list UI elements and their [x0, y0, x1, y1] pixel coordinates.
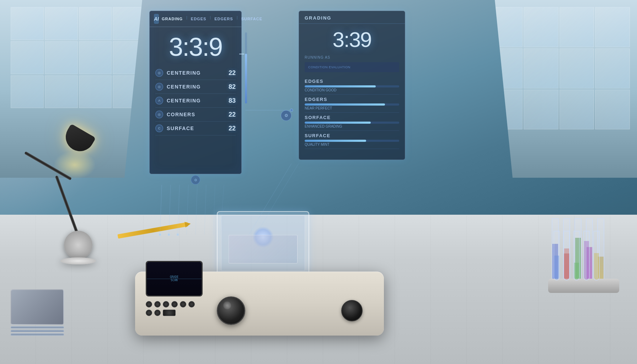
machine-button[interactable] [171, 301, 178, 307]
window-pane [595, 7, 630, 47]
lamp-arm-lower [55, 175, 80, 236]
right-item-sorface-bar [305, 122, 399, 124]
machine-button[interactable] [163, 301, 169, 307]
window-pane [11, 7, 44, 40]
test-tube-back [563, 231, 570, 280]
window-pane [11, 75, 44, 108]
window-pane [524, 48, 558, 89]
card-pack [11, 330, 64, 332]
corners-score: 22 [229, 111, 236, 118]
machine-button[interactable] [180, 301, 186, 307]
card-packs-stack [11, 289, 64, 336]
gauge-track [245, 32, 247, 103]
test-tube-back [573, 231, 580, 280]
holo-right-score-number: 3:39 [299, 24, 405, 55]
holo-header: AI GRADING | EDGES | EDGERS | SURFACE [150, 11, 241, 27]
window-pane [595, 90, 630, 130]
tube-row-back [553, 231, 600, 280]
scan-line [147, 279, 202, 279]
gauge [243, 32, 248, 103]
centering-label-2: CENTERING [167, 84, 225, 90]
machine-buttons-group [146, 301, 196, 316]
window-pane [113, 75, 146, 108]
grading-item-corners: ◎ CORNERS 22 [155, 108, 236, 122]
right-item-edges-value: CONDITION GOOD [305, 88, 399, 92]
test-tube-back [593, 231, 600, 280]
background-window-right [459, 0, 637, 178]
lamp-light-glow [53, 151, 96, 179]
holo-tabs: GRADING | EDGES | EDGERS | SURFACE [162, 15, 262, 22]
grading-item-centering-3: A CENTERING 83 [155, 94, 236, 108]
corners-icon: ◎ [155, 111, 163, 118]
corners-label: CORNERS [167, 112, 225, 117]
right-item-edgers-bar [305, 103, 399, 106]
tab-surface[interactable]: SURFACE [241, 15, 263, 22]
machine-screen: GRADESCAN [146, 261, 203, 296]
window-pane [45, 41, 78, 74]
card-pack [11, 326, 64, 328]
right-item-sorface-label: SORFACE [305, 115, 399, 120]
window-pane [11, 41, 44, 74]
holo-panel-left: AI GRADING | EDGES | EDGERS | SURFACE 3:… [149, 11, 242, 174]
window-pane [79, 7, 112, 40]
machine-body: GRADESCAN [135, 272, 384, 336]
right-item-surface: SURFACE QUALITY MINT [305, 131, 399, 149]
holo-bottom-icon[interactable]: ⚙ [191, 175, 200, 184]
window-pane [560, 90, 594, 130]
window-grid-right [488, 7, 630, 171]
tab-edgers[interactable]: EDGERS [214, 15, 233, 22]
centering-score-1: 22 [229, 69, 236, 77]
surface-score: 22 [229, 125, 236, 132]
holo-right-items-list: EDGES CONDITION GOOD EDGERS NEAR PERFECT… [299, 75, 405, 150]
machine-button[interactable] [163, 310, 176, 316]
right-item-surface-label: SURFACE [305, 133, 399, 138]
surface-label: SURFACE [167, 125, 225, 131]
tab-grading[interactable]: GRADING [162, 15, 183, 22]
centering-label-3: CENTERING [167, 98, 225, 103]
grading-items-list: ◎ CENTERING 22 ◎ CENTERING 82 A C [150, 63, 241, 138]
ai-logo: AI [154, 14, 159, 24]
holo-right-header: GRADING [299, 11, 405, 24]
machine-button[interactable] [154, 310, 161, 316]
grading-machine: GRADESCAN [135, 229, 384, 336]
right-item-edgers: EDGERS NEAR PERFECT [305, 95, 399, 113]
machine-main-dial[interactable] [217, 296, 245, 325]
centering-icon-2: ◎ [155, 83, 163, 91]
machine-button[interactable] [188, 301, 195, 307]
card-being-scanned [229, 235, 298, 263]
right-item-edges-fill [305, 85, 376, 87]
window-grid-left [11, 7, 146, 142]
window-pane [45, 7, 78, 40]
window-pane [79, 41, 112, 74]
test-tube-rack [548, 186, 619, 293]
machine-right-dial[interactable] [341, 300, 363, 321]
test-tube-back [553, 231, 560, 280]
machine-button[interactable] [154, 301, 161, 307]
machine-button[interactable] [146, 310, 152, 316]
main-score-number: 3:3:9 [150, 34, 241, 60]
centering-score-3: 83 [229, 97, 236, 105]
holo-ui-container: AI GRADING | EDGES | EDGERS | SURFACE 3:… [149, 11, 270, 185]
centering-icon-1: ◎ [155, 69, 163, 77]
window-pane [524, 90, 558, 130]
window-pane [595, 48, 630, 89]
tab-edges[interactable]: EDGES [191, 15, 207, 22]
machine-button[interactable] [146, 301, 152, 307]
right-item-surface-bar [305, 140, 399, 142]
window-pane [524, 7, 558, 47]
main-scene: GRADESCAN [0, 0, 637, 364]
window-pane [488, 7, 523, 47]
holo-panel-right: GRADING 3:39 RUNNING AS CONDITION EVALUA… [299, 11, 405, 160]
right-item-edges-label: EDGES [305, 79, 399, 84]
window-pane [79, 75, 112, 108]
right-item-sorface-fill [305, 122, 371, 124]
centering-label-1: CENTERING [167, 70, 225, 76]
window-pane [488, 90, 523, 130]
tray-outer [217, 211, 309, 275]
holo-settings-icon[interactable]: ⚙ [281, 110, 291, 121]
centering-score-2: 82 [229, 83, 236, 91]
lamp-base-circle [64, 231, 92, 259]
grading-item-centering-1: ◎ CENTERING 22 [155, 66, 236, 80]
window-pane [560, 7, 594, 47]
machine-screen-inner: GRADESCAN [147, 262, 202, 295]
